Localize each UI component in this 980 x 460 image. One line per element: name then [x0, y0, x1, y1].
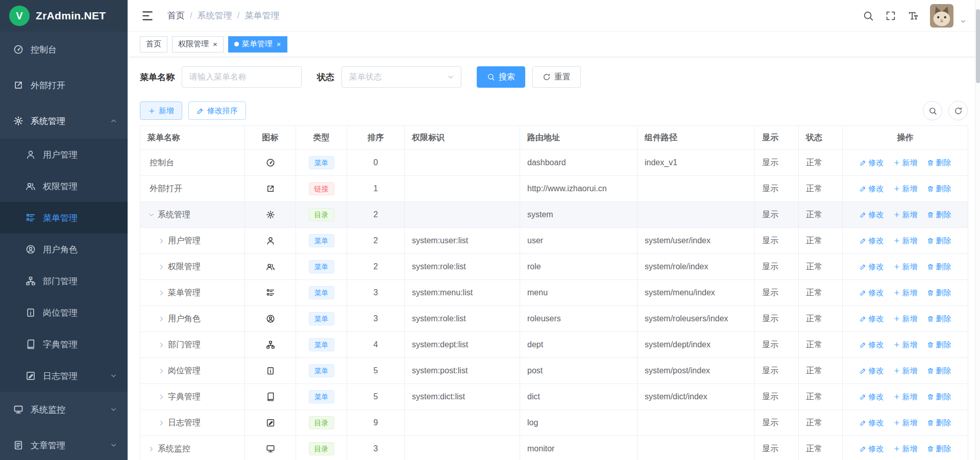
row-expand-right-icon[interactable]: [158, 367, 168, 375]
row-add-link[interactable]: 新增: [893, 366, 918, 376]
breadcrumb-item-system[interactable]: 系统管理: [198, 10, 232, 21]
sidebar-item-article[interactable]: 文章管理: [0, 427, 128, 460]
row-add-link[interactable]: 新增: [893, 314, 918, 324]
search-button[interactable]: 搜索: [477, 66, 525, 88]
row-expand-right-icon[interactable]: [158, 419, 168, 427]
column-header-8[interactable]: 状态: [799, 126, 843, 150]
row-delete-link[interactable]: 删除: [927, 444, 951, 454]
row-delete-link[interactable]: 删除: [927, 288, 951, 298]
column-header-6[interactable]: 组件路径: [638, 126, 755, 150]
sidebar-item-log[interactable]: 日志管理: [0, 360, 128, 392]
column-header-7[interactable]: 显示: [755, 126, 799, 150]
tab-menu[interactable]: 菜单管理×: [228, 36, 287, 53]
row-edit-link[interactable]: 修改: [860, 262, 884, 272]
row-edit-link[interactable]: 修改: [860, 366, 884, 376]
table-row[interactable]: 菜单管理菜单3system:menu:listmenusystem/menu/i…: [140, 280, 968, 306]
sidebar-item-post[interactable]: 岗位管理: [0, 297, 128, 328]
row-add-link[interactable]: 新增: [893, 392, 918, 402]
table-row[interactable]: 外部打开链接1http://www.izhaorui.cn显示正常修改新增删除: [140, 176, 968, 202]
row-edit-link[interactable]: 修改: [860, 288, 884, 298]
fullscreen-icon[interactable]: [885, 10, 896, 21]
tab-home[interactable]: 首页: [140, 36, 167, 53]
breadcrumb-item-home[interactable]: 首页: [167, 10, 185, 21]
row-delete-link[interactable]: 删除: [927, 184, 951, 194]
table-row[interactable]: 用户角色菜单3system:role:listroleuserssystem/r…: [140, 306, 968, 332]
row-delete-link[interactable]: 删除: [927, 366, 951, 376]
column-header-5[interactable]: 路由地址: [520, 126, 638, 150]
app-logo[interactable]: V ZrAdmin.NET: [0, 0, 128, 32]
sidebar-item-menu[interactable]: 菜单管理: [0, 202, 128, 234]
row-edit-link[interactable]: 修改: [860, 158, 884, 168]
sort-button[interactable]: 修改排序: [188, 101, 246, 120]
row-add-link[interactable]: 新增: [893, 210, 918, 220]
row-add-link[interactable]: 新增: [893, 184, 918, 194]
tab-role[interactable]: 权限管理×: [172, 36, 224, 53]
sidebar-item-role[interactable]: 权限管理: [0, 170, 128, 202]
row-expand-right-icon[interactable]: [158, 341, 168, 349]
table-row[interactable]: 控制台菜单0dashboardindex_v1显示正常修改新增删除: [140, 150, 968, 176]
sidebar-item-user[interactable]: 用户管理: [0, 139, 128, 170]
page-scrollbar[interactable]: [975, 0, 980, 460]
row-delete-link[interactable]: 删除: [927, 262, 951, 272]
row-delete-link[interactable]: 删除: [927, 210, 951, 220]
row-edit-link[interactable]: 修改: [860, 314, 884, 324]
sidebar-item-monitor[interactable]: 系统监控: [0, 392, 128, 427]
close-icon[interactable]: ×: [213, 40, 217, 48]
column-header-2[interactable]: 类型: [296, 126, 347, 150]
table-row[interactable]: 权限管理菜单2system:role:listrolesystem/role/i…: [140, 254, 968, 280]
row-delete-link[interactable]: 删除: [927, 158, 951, 168]
row-expand-right-icon[interactable]: [148, 445, 158, 453]
row-delete-link[interactable]: 删除: [927, 340, 951, 350]
sidebar-item-dashboard[interactable]: 控制台: [0, 32, 128, 67]
breadcrumb-item-menu[interactable]: 菜单管理: [244, 10, 279, 21]
row-edit-link[interactable]: 修改: [860, 340, 884, 350]
sidebar-item-roleusers[interactable]: 用户角色: [0, 234, 128, 265]
row-expand-right-icon[interactable]: [158, 315, 168, 323]
menu-name-input[interactable]: [182, 66, 302, 88]
row-delete-link[interactable]: 删除: [927, 392, 951, 402]
sidebar-item-system[interactable]: 系统管理: [0, 103, 128, 139]
row-delete-link[interactable]: 删除: [927, 314, 951, 324]
sidebar-item-dept[interactable]: 部门管理: [0, 265, 128, 297]
table-row[interactable]: 用户管理菜单2system:user:listusersystem/user/i…: [140, 228, 968, 254]
row-edit-link[interactable]: 修改: [860, 418, 884, 428]
row-add-link[interactable]: 新增: [893, 158, 918, 168]
refresh-table-button[interactable]: [948, 101, 968, 120]
column-header-3[interactable]: 排序: [347, 126, 405, 150]
add-button[interactable]: 新增: [140, 101, 182, 120]
row-add-link[interactable]: 新增: [893, 340, 918, 350]
table-row[interactable]: 系统监控目录3monitor显示正常修改新增删除: [140, 436, 968, 460]
row-expand-right-icon[interactable]: [158, 393, 168, 401]
table-row[interactable]: 部门管理菜单4system:dept:listdeptsystem/dept/i…: [140, 332, 968, 358]
sidebar-item-external[interactable]: 外部打开: [0, 67, 128, 103]
reset-button[interactable]: 重置: [532, 66, 581, 88]
row-add-link[interactable]: 新增: [893, 444, 918, 454]
row-add-link[interactable]: 新增: [893, 236, 918, 246]
row-edit-link[interactable]: 修改: [860, 184, 884, 194]
row-add-link[interactable]: 新增: [893, 418, 918, 428]
row-delete-link[interactable]: 删除: [927, 418, 951, 428]
chevron-down-icon[interactable]: [960, 18, 967, 25]
show-search-button[interactable]: [923, 101, 942, 120]
status-select[interactable]: 菜单状态: [341, 66, 461, 88]
row-expand-right-icon[interactable]: [158, 237, 168, 245]
font-size-icon[interactable]: [908, 10, 919, 21]
table-row[interactable]: 系统管理目录2system显示正常修改新增删除: [140, 202, 968, 228]
row-edit-link[interactable]: 修改: [860, 444, 884, 454]
row-edit-link[interactable]: 修改: [860, 236, 884, 246]
row-delete-link[interactable]: 删除: [927, 236, 951, 246]
row-expand-down-icon[interactable]: [148, 211, 158, 219]
table-row[interactable]: 字典管理菜单5system:dict:listdictsystem/dict/i…: [140, 384, 968, 410]
scrollbar-thumb[interactable]: [976, 9, 980, 83]
table-row[interactable]: 岗位管理菜单5system:post:listpostsystem/post/i…: [140, 358, 968, 384]
column-header-4[interactable]: 权限标识: [405, 126, 520, 150]
row-add-link[interactable]: 新增: [893, 288, 918, 298]
column-header-1[interactable]: 图标: [245, 126, 296, 150]
row-add-link[interactable]: 新增: [893, 262, 918, 272]
column-header-9[interactable]: 操作: [843, 126, 968, 150]
row-edit-link[interactable]: 修改: [860, 392, 884, 402]
sidebar-item-dict[interactable]: 字典管理: [0, 328, 128, 360]
row-expand-right-icon[interactable]: [158, 289, 168, 297]
column-header-0[interactable]: 菜单名称: [140, 126, 245, 150]
hamburger-icon[interactable]: [141, 9, 154, 22]
